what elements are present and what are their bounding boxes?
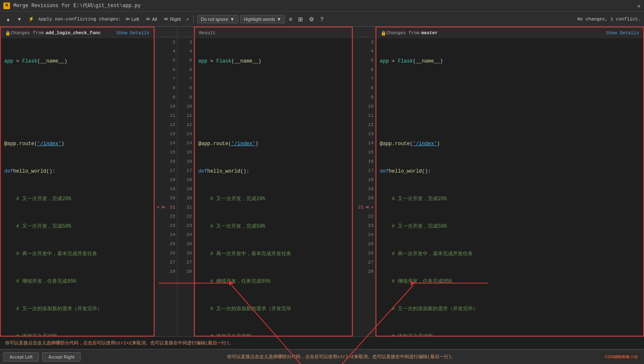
- csdn-badge: CSDN@略略略小佐: [602, 353, 641, 361]
- center-header-label: Result: [199, 30, 216, 35]
- rgutter-26: 26: [353, 249, 375, 258]
- center-panel-header: Result: [195, 28, 352, 38]
- left-line-6: @app.route('/index'): [1, 139, 154, 148]
- left-line-5: [1, 112, 154, 121]
- gutter-11: 11: [155, 111, 177, 120]
- cgutter-10: 10: [177, 102, 194, 111]
- right-line-5: [376, 112, 643, 121]
- apply-label: Apply non-conflicting changes:: [38, 17, 121, 22]
- highlight-dropdown[interactable]: Highlight words ▼: [240, 15, 285, 23]
- center-line-13: # 添加了会员功能: [195, 332, 352, 336]
- cgutter-17: 17: [177, 166, 194, 175]
- left-panel-header: 🔒 Changes from add_login_check_func Show…: [1, 28, 154, 38]
- filter-button[interactable]: ≡: [287, 15, 294, 23]
- right-header-prefix: Changes from: [386, 30, 419, 35]
- title-bar: M Merge Revisions for E:\代码\git_test\app…: [0, 0, 644, 12]
- cgutter-24: 24: [177, 230, 194, 239]
- cgutter-12: 12: [177, 120, 194, 129]
- left-show-details[interactable]: Show Details: [116, 30, 149, 35]
- gutter-4: 4: [155, 47, 177, 56]
- left-line-12: # 又一次的添加新的需求（开发完毕）: [1, 304, 154, 314]
- rgutter-14: 14: [353, 138, 375, 148]
- gutter-19: 19: [155, 184, 177, 193]
- cgutter-28: 28: [177, 267, 194, 276]
- gutter-24: 24: [155, 230, 177, 239]
- rgutter-10: 10: [353, 102, 375, 111]
- rgutter-7: 7: [353, 74, 375, 83]
- rgutter-21: 21≪✕: [353, 203, 375, 212]
- right-header-branch: master: [421, 30, 438, 35]
- left-gutter-header: [155, 27, 177, 38]
- right-line-9: # 又一次开发，完成50%: [376, 222, 643, 231]
- right-panel-content[interactable]: app = Flask(__name__) @app.route('/index…: [376, 38, 643, 336]
- toolbar: ▲ ▼ ⚡ Apply non-conflicting changes: ≫Le…: [0, 12, 644, 27]
- center-gutter-header: [177, 27, 194, 38]
- center-code-area: app = Flask(__name__) @app.route('/index…: [195, 38, 352, 336]
- gutter-28: 28: [155, 267, 177, 276]
- center-panel-content[interactable]: app = Flask(__name__) @app.route('/index…: [195, 38, 352, 336]
- cgutter-26: 26: [177, 249, 194, 258]
- cgutter-8: 8: [177, 83, 194, 93]
- highlight-dropdown-arrow: ▼: [277, 17, 281, 22]
- rgutter-28: 28: [353, 267, 375, 276]
- magic-button[interactable]: ⚡: [26, 15, 37, 23]
- right-center-gutter-header: [353, 27, 375, 38]
- rgutter-5: 5: [353, 56, 375, 65]
- center-line-7: def hello_world():: [195, 167, 352, 176]
- left-panel-content[interactable]: app = Flask(__name__) @app.route('/index…: [1, 38, 154, 336]
- apply-right-button[interactable]: ≪Right: [161, 15, 183, 23]
- center-line-5: [195, 112, 352, 121]
- accept-left-button[interactable]: Accept Left: [3, 352, 39, 361]
- rgutter-22: 22: [353, 212, 375, 221]
- left-line-8: # 又一次开发，完成20%: [1, 194, 154, 203]
- left-line-3: app = Flask(__name__): [1, 57, 154, 66]
- right-center-gutter: 3 4 5 6 7 8 9 10 11 12 13 14 15 16 17 18…: [353, 27, 376, 336]
- columns-button[interactable]: ⊞: [296, 15, 305, 23]
- up-arrow-button[interactable]: ▲: [3, 16, 13, 23]
- cgutter-19: 19: [177, 184, 194, 193]
- bottom-bar: 你可以直接点击这儿选择哪部分代码，点击后可以使用ctrl+Z来取消。也可以直接在…: [0, 336, 644, 349]
- cgutter-22: 22: [177, 212, 194, 221]
- right-line-8: # 又一次开发，完成20%: [376, 194, 643, 203]
- gutter-6: 6: [155, 65, 177, 74]
- rgutter-4: 4: [353, 47, 375, 56]
- ignore-dropdown[interactable]: Do not ignore ▼: [197, 15, 238, 23]
- separator-1: [193, 15, 194, 23]
- gutter-15: 15: [155, 148, 177, 157]
- left-gutter-lines: 3 4 5 6 7 8 9 10 11 12 13 14 15 16 17 18…: [155, 38, 177, 276]
- rgutter-9: 9: [353, 93, 375, 102]
- window-title: Merge Revisions for E:\代码\git_test\app.p…: [13, 2, 141, 9]
- gutter-18: 18: [155, 175, 177, 184]
- right-line-13: # 添加了会员功能: [376, 332, 643, 336]
- help-button[interactable]: ?: [318, 15, 326, 23]
- apply-all-button[interactable]: ≫All: [143, 15, 159, 23]
- settings-button[interactable]: ⚙: [307, 15, 316, 23]
- right-show-details[interactable]: Show Details: [606, 30, 639, 35]
- left-line-13: # 添加了会员功能: [1, 332, 154, 336]
- center-line-9: # 又一次开发，完成50%: [195, 222, 352, 231]
- cgutter-9: 9: [177, 93, 194, 102]
- cgutter-7: 7: [177, 74, 194, 83]
- gutter-7: 7: [155, 74, 177, 83]
- left-gutter: 3 4 5 6 7 8 9 10 11 12 13 14 15 16 17 18…: [154, 27, 177, 336]
- left-header-lock-icon: 🔒: [5, 30, 11, 36]
- center-line-11: # 继续开发，任务完成95%: [195, 277, 352, 286]
- down-arrow-button[interactable]: ▼: [15, 16, 24, 23]
- left-code-area: app = Flask(__name__) @app.route('/index…: [1, 38, 154, 336]
- right-panel-header: 🔒 Changes from master Show Details: [376, 28, 643, 38]
- apply-left-button[interactable]: ≫Left: [123, 15, 141, 23]
- rgutter-24: 24: [353, 230, 375, 239]
- gutter-27: 27: [155, 258, 177, 267]
- left-line-10: # 再一次开发中，基本完成开发任务: [1, 249, 154, 259]
- rgutter-6: 6: [353, 65, 375, 74]
- left-line-9: # 又一次开发，完成50%: [1, 222, 154, 231]
- accept-right-button[interactable]: Accept Right: [42, 352, 81, 361]
- close-button[interactable]: ✕: [637, 3, 641, 10]
- gutter-9: 9: [155, 93, 177, 102]
- gutter-17: 17: [155, 166, 177, 175]
- rgutter-20: 20: [353, 193, 375, 203]
- bottom-text: 你可以直接点击这儿选择哪部分代码，点击后可以使用ctrl+Z来取消。也可以直接在…: [5, 340, 234, 346]
- gutter-23: 23: [155, 221, 177, 230]
- status-text: No changes, 1 conflict.: [577, 17, 641, 22]
- center-line-10: # 再一次开发中，基本完成开发任务: [195, 249, 352, 259]
